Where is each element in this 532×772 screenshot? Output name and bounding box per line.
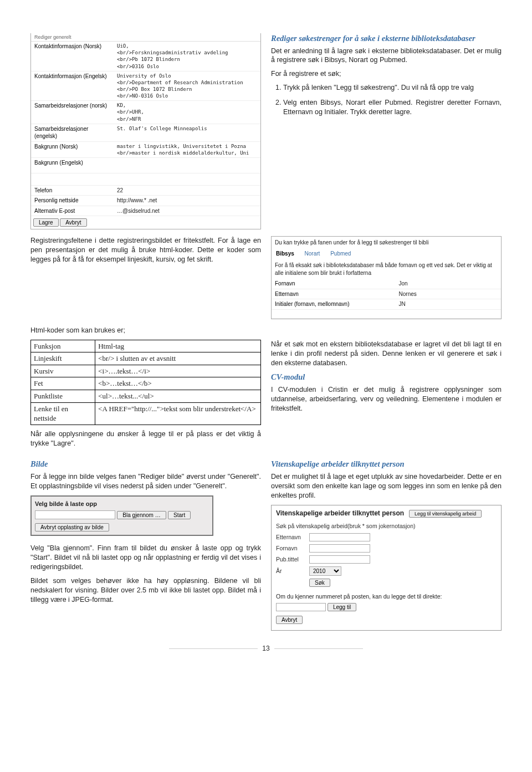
codes-after: Når alle opplysningene du ønsker å legge… xyxy=(30,430,261,448)
panel-header-cut: Rediger generelt xyxy=(31,33,260,42)
html-codes-table: FunksjonHtml-tag Linjeskift<br/> i slutt… xyxy=(30,340,261,425)
vit-panel-title: Vitenskapelige arbeider tilknyttet perso… xyxy=(276,509,404,518)
step-2: Velg enten Bibsys, Norart eller Pubmed. … xyxy=(283,98,502,117)
heading-bilde: Bilde xyxy=(30,459,261,470)
vit-panel: Vitenskapelige arbeider tilknyttet perso… xyxy=(271,505,502,631)
step-1: Trykk på lenken "Legg til søkestreng". D… xyxy=(283,83,502,93)
heading-vitenskapelige: Vitenskapelige arbeider tilknyttet perso… xyxy=(271,459,502,470)
fritekst-para: Registreringsfeltene i dette registrerin… xyxy=(30,236,261,264)
tab-pubmed[interactable]: Pubmed xyxy=(326,249,355,259)
tab-help: For å få eksakt søk i biblioteksdatabase… xyxy=(272,259,501,279)
generelt-fields: Kontaktinformasjon (Norsk)UiO, <br/>Fors… xyxy=(31,42,260,216)
html-koder-intro: Html-koder som kan brukes er; xyxy=(30,326,502,335)
vit-direct-label: Om du kjenner nummeret på posten, kan du… xyxy=(276,592,497,600)
vit-search-heading: Søk på vitenskapelig arbeid(bruk * som j… xyxy=(276,522,497,530)
vit-fornavn-input[interactable] xyxy=(309,544,370,553)
upload-panel: Velg bilde å laste opp Bla gjennom … Sta… xyxy=(30,495,213,536)
bilde-after1: Velg "Bla gjennom". Finn fram til bildet… xyxy=(30,544,261,572)
vit-leggtil-button[interactable]: Legg til xyxy=(328,603,356,611)
upload-title: Velg bilde å laste opp xyxy=(35,500,209,508)
add-vit-button[interactable]: Legg til vitenskapelig arbeid xyxy=(409,510,482,518)
tab-norart[interactable]: Norart xyxy=(300,249,325,259)
vit-sok-button[interactable]: Søk xyxy=(309,579,330,587)
sokestreng-tab-panel: Du kan trykke på fanen under for å legg … xyxy=(271,236,502,319)
cvmodul-para: I CV-modulen i Cristin er det mulig å re… xyxy=(271,385,502,413)
page-footer: 13 xyxy=(30,644,502,653)
heading-sokestrenger: Rediger søkestrenger for å søke i ekster… xyxy=(271,33,502,44)
lagre-button[interactable]: Lagre xyxy=(33,218,59,227)
cancel-upload-button[interactable]: Avbryt opplasting av bilde xyxy=(35,523,109,531)
sokestrenger-p2: For å registrere et søk; xyxy=(271,69,502,79)
sok-lagret-para: Når et søk mot en ekstern biblioteksdata… xyxy=(271,340,502,368)
vit-ar-select[interactable]: 2010 xyxy=(309,566,341,576)
bilde-after2: Bildet som velges behøver ikke ha høy op… xyxy=(30,576,261,605)
tab-panel-top: Du kan trykke på fanen under for å legg … xyxy=(272,237,501,249)
bilde-para: For å legge inn bilde velges fanen "Redi… xyxy=(30,472,261,491)
page-number: 13 xyxy=(262,645,269,652)
vit-avbryt-button[interactable]: Avbryt xyxy=(276,616,303,624)
heading-cvmodul: CV-modul xyxy=(271,372,502,383)
tab-bibsys[interactable]: Bibsys xyxy=(272,249,299,259)
start-upload-button[interactable]: Start xyxy=(168,511,191,519)
browse-button[interactable]: Bla gjennom … xyxy=(117,511,166,519)
vit-pubtittel-input[interactable] xyxy=(309,555,370,564)
vit-direct-input[interactable] xyxy=(276,603,326,611)
upload-path-input[interactable] xyxy=(35,510,115,519)
vit-para: Det er mulighet til å lage et eget utplu… xyxy=(271,472,502,500)
avbryt-button[interactable]: Avbryt xyxy=(60,218,86,227)
vit-etternavn-input[interactable] xyxy=(309,533,370,541)
rediger-generelt-panel: Rediger generelt Kontaktinformasjon (Nor… xyxy=(30,33,261,229)
sokestrenger-p1: Det er anledning til å lagre søk i ekste… xyxy=(271,47,502,65)
